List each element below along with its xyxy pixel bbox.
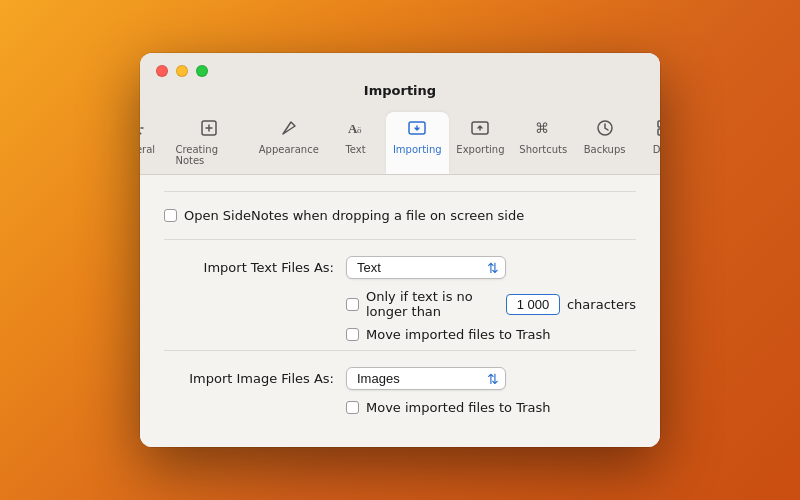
open-sidenotes-checkbox[interactable] [164,209,177,222]
import-text-label: Import Text Files As: [164,260,334,275]
exporting-icon [470,118,490,141]
move-text-trash-label: Move imported files to Trash [366,327,551,342]
only-if-row: Only if text is no longer than character… [346,289,636,319]
tab-importing[interactable]: Importing [386,112,449,174]
window-controls [156,65,208,77]
tab-data[interactable]: Data [635,112,660,174]
title-bar: Importing General [140,53,660,175]
tab-shortcuts[interactable]: ⌘ Shortcuts [512,112,575,174]
content-area: Open SideNotes when dropping a file on s… [140,175,660,447]
tab-text[interactable]: A ö Text [326,112,386,174]
section-divider-1 [164,239,636,240]
open-sidenotes-row: Open SideNotes when dropping a file on s… [164,208,636,223]
tab-data-label: Data [653,144,660,155]
close-button[interactable] [156,65,168,77]
only-if-checkbox[interactable] [346,298,359,311]
move-image-trash-checkbox[interactable] [346,401,359,414]
shortcuts-icon: ⌘ [533,118,553,141]
tab-text-label: Text [345,144,365,155]
importing-icon [407,118,427,141]
import-image-row: Import Image Files As: Images PNG JPEG ⇅ [164,367,636,390]
move-image-trash-label: Move imported files to Trash [366,400,551,415]
backups-icon [595,118,615,141]
only-if-label: Only if text is no longer than [366,289,499,319]
tab-creating-notes-label: Creating Notes [175,144,242,166]
window-title: Importing [364,83,436,98]
tab-backups-label: Backups [584,144,626,155]
tab-exporting-label: Exporting [456,144,504,155]
characters-input[interactable] [506,294,560,315]
tab-shortcuts-label: Shortcuts [519,144,567,155]
tab-exporting[interactable]: Exporting [449,112,512,174]
import-image-label: Import Image Files As: [164,371,334,386]
move-text-trash-row: Move imported files to Trash [346,327,636,342]
minimize-button[interactable] [176,65,188,77]
top-divider [164,191,636,192]
creating-notes-icon [199,118,219,141]
svg-text:ö: ö [357,125,362,135]
text-icon: A ö [346,118,366,141]
import-text-row: Import Text Files As: Text Markdown Plai… [164,256,636,279]
import-text-select[interactable]: Text Markdown Plain Text [346,256,506,279]
gear-icon [140,118,145,141]
toolbar: General Creating Notes [140,108,660,174]
tab-backups[interactable]: Backups [575,112,635,174]
appearance-icon [279,118,299,141]
data-icon [655,118,660,141]
import-image-select[interactable]: Images PNG JPEG [346,367,506,390]
tab-appearance[interactable]: Appearance [252,112,326,174]
image-sub-options: Move imported files to Trash [346,400,636,415]
tab-importing-label: Importing [393,144,442,155]
import-text-select-wrapper: Text Markdown Plain Text ⇅ [346,256,506,279]
main-window: Importing General [140,53,660,447]
tab-creating-notes[interactable]: Creating Notes [165,112,252,174]
tab-general-label: General [140,144,155,155]
svg-text:⌘: ⌘ [535,121,549,136]
characters-label: characters [567,297,636,312]
import-image-select-wrapper: Images PNG JPEG ⇅ [346,367,506,390]
svg-rect-10 [658,129,660,135]
svg-rect-8 [658,121,660,127]
maximize-button[interactable] [196,65,208,77]
tab-appearance-label: Appearance [259,144,319,155]
open-sidenotes-label: Open SideNotes when dropping a file on s… [184,208,524,223]
tab-general[interactable]: General [140,112,165,174]
move-text-trash-checkbox[interactable] [346,328,359,341]
move-image-trash-row: Move imported files to Trash [346,400,636,415]
section-divider-2 [164,350,636,351]
text-sub-options: Only if text is no longer than character… [346,289,636,342]
